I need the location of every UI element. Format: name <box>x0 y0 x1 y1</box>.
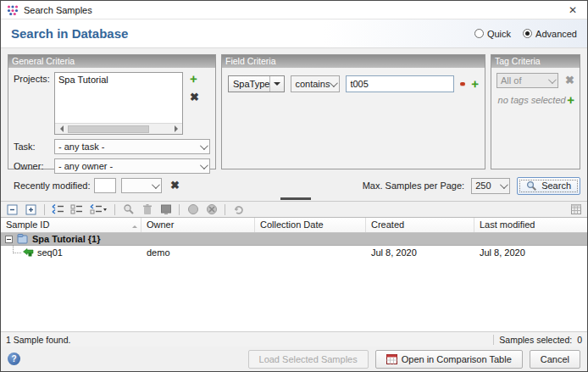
refresh-icon[interactable] <box>231 203 246 216</box>
max-samples-select[interactable]: 250 <box>471 178 510 194</box>
chevron-down-icon <box>548 75 557 84</box>
sphere-icon[interactable] <box>186 203 200 216</box>
sphere-crossed-icon[interactable] <box>204 203 219 216</box>
criteria-section: General Criteria Projects: Spa Tutorial … <box>1 48 587 174</box>
project-icon <box>17 234 29 244</box>
dropdown-arrow-icon <box>269 76 284 92</box>
delete-sample-icon[interactable] <box>140 203 154 216</box>
sort-ascending-icon <box>132 223 137 228</box>
radio-quick[interactable]: Quick <box>474 29 511 39</box>
add-tag-icon[interactable]: + <box>567 95 574 107</box>
column-header-sample-id[interactable]: Sample ID <box>1 218 141 232</box>
clear-tags-icon[interactable]: ✖ <box>565 75 574 86</box>
load-selected-samples-button[interactable]: Load Selected Samples <box>248 350 369 369</box>
close-button[interactable]: ✕ <box>558 1 587 19</box>
table-header-row: Sample ID Owner Collection Date Created … <box>1 218 587 233</box>
max-samples-label: Max. Samples per Page: <box>363 180 464 191</box>
field-criteria-title: Field Criteria <box>222 55 485 68</box>
samples-found-text: 1 Sample found. <box>6 335 70 345</box>
add-project-icon[interactable]: + <box>190 74 199 84</box>
open-in-comparison-table-button[interactable]: Open in Comparison Table <box>375 350 523 369</box>
project-group-row[interactable]: Spa Tutorial {1} <box>1 233 587 246</box>
no-tags-text: no tags selected <box>496 95 567 107</box>
close-icon: ✕ <box>569 4 577 16</box>
cancel-button[interactable]: Cancel <box>530 350 580 369</box>
owner-select[interactable]: - any owner - <box>54 158 210 174</box>
collapse-all-icon[interactable] <box>5 203 19 216</box>
samples-selected-label: Samples selected: <box>499 335 572 345</box>
remove-project-icon[interactable]: ✖ <box>190 92 199 103</box>
general-criteria-title: General Criteria <box>8 55 215 68</box>
expand-all-icon[interactable] <box>24 203 38 216</box>
column-settings-icon[interactable] <box>569 203 583 216</box>
search-row: Max. Samples per Page: 250 Search <box>1 174 587 201</box>
column-header-owner[interactable]: Owner <box>141 218 255 232</box>
task-select[interactable]: - any task - <box>54 139 210 154</box>
task-label: Task: <box>14 142 54 152</box>
search-mode-radios: Quick Advanced <box>474 29 577 39</box>
radio-advanced-circle <box>523 29 532 38</box>
sample-created: Jul 8, 2020 <box>366 247 474 258</box>
table-row[interactable]: seq01 demo Jul 8, 2020 Jul 8, 2020 <box>1 246 587 258</box>
tag-criteria-panel: Tag Criteria All of ✖ no tags selected + <box>491 54 580 169</box>
field-value-input[interactable] <box>346 75 454 92</box>
select-all-icon[interactable] <box>51 203 65 216</box>
results-table: Sample ID Owner Collection Date Created … <box>1 217 587 331</box>
sample-owner: demo <box>141 247 255 258</box>
chevron-down-icon <box>330 79 338 87</box>
field-criteria-panel: Field Criteria SpaType contains + <box>221 54 485 169</box>
title-bar: Search Samples ✕ <box>1 1 587 19</box>
column-header-last-modified[interactable]: Last modified <box>474 218 587 232</box>
chevron-down-icon <box>200 161 208 169</box>
scroll-left-icon[interactable] <box>55 124 66 135</box>
chevron-down-icon <box>200 142 208 150</box>
open-sample-icon[interactable] <box>158 203 173 216</box>
tag-mode-select[interactable]: All of <box>496 73 558 88</box>
page-title: Search in Database <box>11 26 128 41</box>
footer-bar: ? Load Selected Samples Open in Comparis… <box>1 347 587 371</box>
tree-branch <box>13 246 21 253</box>
column-header-collection-date[interactable]: Collection Date <box>255 218 366 232</box>
results-toolbar <box>1 201 587 217</box>
radio-advanced-label: Advanced <box>535 29 577 39</box>
search-icon <box>526 180 537 192</box>
comparison-table-icon <box>386 354 397 364</box>
search-samples-dialog: Search Samples ✕ Search in Database Quic… <box>0 0 588 372</box>
field-operator-select[interactable]: contains <box>291 75 340 92</box>
sample-last-modified: Jul 8, 2020 <box>474 247 587 258</box>
projects-hscrollbar[interactable] <box>55 123 182 134</box>
table-empty-area <box>1 258 587 331</box>
projects-list[interactable]: Spa Tutorial <box>54 72 183 135</box>
splitter-handle[interactable] <box>280 197 311 200</box>
remove-criterion-icon[interactable] <box>460 82 465 86</box>
collapse-group-icon[interactable] <box>5 236 13 243</box>
search-button[interactable]: Search <box>517 177 580 195</box>
toolbar-separator <box>179 204 180 215</box>
tag-criteria-title: Tag Criteria <box>491 55 580 68</box>
group-label: Spa Tutorial {1} <box>32 234 100 244</box>
deselect-all-icon[interactable] <box>69 203 84 216</box>
radio-quick-label: Quick <box>487 29 511 39</box>
status-bar: 1 Sample found. Samples selected: 0 <box>1 331 587 347</box>
toolbar-separator <box>114 204 115 215</box>
scroll-thumb[interactable] <box>68 125 149 133</box>
samples-selected-count: 0 <box>577 335 582 345</box>
add-criterion-icon[interactable]: + <box>471 79 479 89</box>
chevron-down-icon <box>500 180 508 189</box>
find-in-results-icon[interactable] <box>121 203 136 216</box>
sample-id: seq01 <box>37 247 63 258</box>
field-name-combobox[interactable]: SpaType <box>228 75 285 92</box>
radio-advanced[interactable]: Advanced <box>523 29 577 39</box>
selection-options-icon[interactable] <box>88 203 108 216</box>
toolbar-separator <box>44 204 45 215</box>
scroll-right-icon[interactable] <box>171 124 182 135</box>
column-header-created[interactable]: Created <box>366 218 474 232</box>
app-icon <box>7 4 19 16</box>
project-item[interactable]: Spa Tutorial <box>55 73 182 86</box>
projects-label: Projects: <box>14 72 54 84</box>
general-criteria-panel: General Criteria Projects: Spa Tutorial … <box>8 54 216 169</box>
window-title: Search Samples <box>24 5 92 15</box>
sample-icon <box>23 248 34 257</box>
help-icon[interactable]: ? <box>8 353 20 365</box>
header-band: Search in Database Quick Advanced <box>1 19 587 48</box>
